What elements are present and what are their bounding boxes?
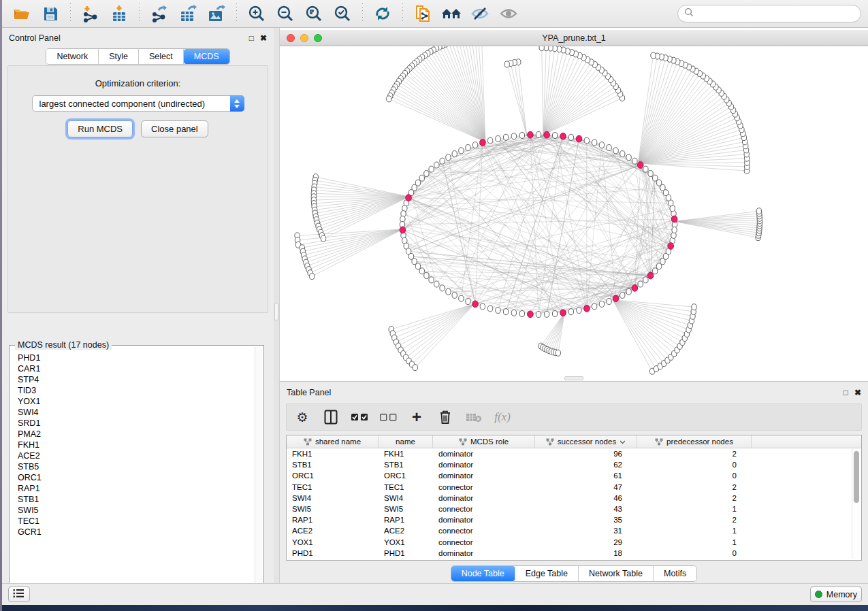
duplicate-network-button[interactable] (410, 2, 436, 25)
cell-successor_nodes: 43 (535, 505, 637, 513)
main-area: Control Panel □ ✖ NetworkStyleSelectMCDS… (2, 28, 868, 583)
function-builder-icon[interactable]: f(x) (494, 408, 511, 427)
table-row[interactable]: SWI4SWI4dominator462 (287, 493, 861, 503)
column-label: name (396, 437, 415, 446)
table-scrollbar-thumb[interactable] (854, 451, 859, 503)
network-canvas[interactable] (280, 46, 868, 381)
zoom-in-button[interactable] (244, 2, 270, 25)
hide-selected-button[interactable] (467, 2, 493, 25)
zoom-out-button[interactable] (272, 2, 298, 25)
table-row[interactable]: STB1STB1dominator620 (287, 459, 861, 470)
export-table-button[interactable] (175, 2, 201, 25)
search-input[interactable] (698, 9, 854, 18)
close-panel-icon[interactable]: ✖ (260, 34, 267, 42)
mcds-result-item[interactable]: STB1 (18, 494, 254, 505)
toolbar-separator (362, 3, 363, 24)
cell-mcds_role: dominator (433, 549, 535, 557)
close-table-panel-icon[interactable]: ✖ (854, 389, 861, 397)
table-row[interactable]: SWI5SWI5connector431 (287, 503, 861, 514)
table-tab-motifs[interactable]: Motifs (654, 566, 696, 581)
memory-button[interactable]: Memory (810, 587, 862, 602)
add-column-icon[interactable]: + (408, 408, 425, 427)
mcds-result-item[interactable]: ACE2 (18, 450, 254, 461)
mcds-result-item[interactable]: PHD1 (18, 352, 254, 363)
import-table-button[interactable] (106, 2, 132, 25)
mcds-result-item[interactable]: ORC1 (18, 472, 254, 483)
delete-table-icon[interactable] (465, 408, 483, 427)
table-row[interactable]: PHD1PHD1dominator180 (287, 548, 861, 559)
column-label: shared name (315, 437, 361, 446)
cell-shared_name: SWI5 (287, 505, 379, 513)
tab-mcds[interactable]: MCDS (184, 49, 229, 64)
main-toolbar (2, 0, 868, 28)
column-header-MCDS-role[interactable]: MCDS role (433, 435, 535, 448)
float-panel-icon[interactable]: □ (249, 34, 254, 42)
cell-name: ACE2 (379, 527, 433, 535)
control-panel: Control Panel □ ✖ NetworkStyleSelectMCDS… (2, 28, 274, 583)
column-header-name[interactable]: name (379, 435, 433, 448)
mcds-result-item[interactable]: GCR1 (18, 527, 254, 538)
mcds-result-item[interactable]: RAP1 (18, 483, 254, 494)
column-panel-icon[interactable] (322, 408, 340, 427)
mcds-result-item[interactable]: FKH1 (18, 440, 254, 450)
tab-network[interactable]: Network (46, 49, 99, 64)
tab-select[interactable]: Select (139, 49, 184, 64)
deselect-all-checkboxes-icon[interactable] (379, 408, 397, 427)
refresh-layout-button[interactable] (370, 2, 396, 25)
show-all-icon (499, 5, 518, 22)
hide-selected-icon (470, 5, 489, 22)
cell-shared_name: SWI4 (287, 494, 379, 502)
open-folder-button[interactable] (9, 2, 35, 25)
export-network-button[interactable] (146, 2, 172, 25)
mcds-result-item[interactable]: YOX1 (18, 396, 254, 407)
mcds-result-item[interactable]: SWI4 (18, 407, 254, 418)
zoom-fit-button[interactable] (301, 2, 327, 25)
select-all-checkboxes-icon[interactable] (351, 408, 368, 427)
close-panel-button[interactable]: Close panel (141, 120, 208, 137)
column-header-successor-nodes[interactable]: successor nodes (535, 435, 637, 448)
run-mcds-button[interactable]: Run MCDS (67, 120, 133, 137)
table-scrollbar[interactable] (852, 449, 861, 559)
mcds-result-list[interactable]: PHD1CAR1STP4TID3YOX1SWI4SRD1PMA2FKH1ACE2… (11, 348, 254, 596)
column-label: MCDS role (470, 437, 509, 446)
table-tab-network-table[interactable]: Network Table (579, 566, 654, 581)
save-button[interactable] (37, 2, 63, 25)
mcds-result-item[interactable]: STP4 (18, 374, 254, 385)
table-row[interactable]: ACE2ACE2connector311 (287, 525, 861, 536)
import-network-button[interactable] (78, 2, 103, 25)
column-header-shared-name[interactable]: shared name (287, 435, 379, 448)
vertical-splitter[interactable] (274, 28, 279, 583)
mcds-result-item[interactable]: STB5 (18, 461, 254, 472)
table-row[interactable]: YOX1YOX1connector291 (287, 537, 861, 548)
first-neighbors-button[interactable] (438, 2, 464, 25)
zoom-out-icon (276, 5, 294, 22)
mcds-result-item[interactable]: SRD1 (18, 418, 254, 429)
mcds-result-item[interactable]: PMA2 (18, 429, 254, 440)
horizontal-splitter-handle[interactable] (564, 376, 583, 380)
mcds-result-item[interactable]: TEC1 (18, 516, 254, 527)
table-tab-node-table[interactable]: Node Table (451, 566, 515, 581)
mcds-result-item[interactable]: CAR1 (18, 363, 254, 374)
optimization-criterion-select[interactable]: largest connected component (undirected) (32, 95, 244, 112)
table-row[interactable]: TEC1TEC1connector472 (287, 482, 861, 493)
export-image-button[interactable] (204, 2, 229, 25)
vertical-splitter-handle[interactable] (274, 303, 278, 320)
zoom-selected-button[interactable] (329, 2, 355, 25)
table-tab-edge-table[interactable]: Edge Table (515, 566, 579, 581)
export-image-icon (207, 5, 226, 22)
cell-predecessor_nodes: 2 (637, 450, 752, 458)
duplicate-network-icon (414, 4, 432, 23)
column-header-predecessor-nodes[interactable]: predecessor nodes (637, 435, 752, 448)
table-options-gear-icon[interactable]: ⚙ (293, 408, 311, 427)
table-row[interactable]: RAP1RAP1dominator352 (287, 514, 861, 525)
delete-column-icon[interactable] (436, 408, 454, 427)
table-row[interactable]: FKH1FKH1dominator962 (287, 448, 861, 459)
show-all-button[interactable] (496, 2, 521, 25)
show-panels-button[interactable] (8, 587, 30, 602)
mcds-result-scrollbar[interactable] (255, 347, 262, 596)
mcds-result-item[interactable]: TID3 (18, 385, 254, 396)
float-table-panel-icon[interactable]: □ (843, 389, 848, 397)
tab-style[interactable]: Style (99, 49, 139, 64)
mcds-result-item[interactable]: SWI5 (18, 505, 254, 516)
table-row[interactable]: ORC1ORC1dominator610 (287, 470, 861, 481)
